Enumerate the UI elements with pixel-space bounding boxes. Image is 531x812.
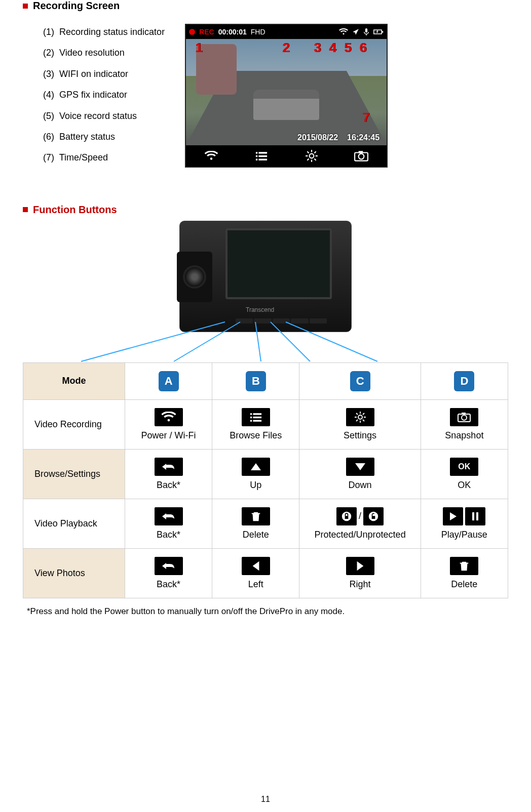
column-badge: D — [454, 371, 474, 391]
svg-point-19 — [359, 154, 364, 159]
settings-icon — [346, 408, 374, 426]
function-label: Delete — [243, 530, 269, 540]
pause-icon — [465, 507, 485, 525]
mode-header-cell: Mode — [23, 362, 125, 399]
back-icon — [155, 557, 183, 575]
item-label: Recording status indicator — [59, 27, 165, 37]
bullet-icon — [23, 207, 28, 212]
column-header: B — [212, 362, 299, 399]
svg-line-17 — [314, 151, 316, 153]
recording-list-item: (3) WIFI on indicator — [43, 64, 165, 85]
function-cell: OK OK — [421, 449, 508, 499]
svg-rect-30 — [250, 420, 252, 421]
function-cell: Snapshot — [421, 399, 508, 449]
recording-list-item: (6) Battery status — [43, 127, 165, 147]
device-illustration: Transcend — [179, 221, 352, 332]
function-label: Play/Pause — [441, 530, 487, 540]
down-icon — [346, 458, 374, 476]
svg-line-39 — [356, 420, 358, 421]
settings-button-icon — [305, 149, 318, 163]
unlock-icon — [363, 507, 384, 525]
svg-rect-20 — [359, 151, 363, 153]
item-number: (7) — [43, 152, 54, 163]
svg-line-16 — [307, 158, 309, 160]
svg-line-14 — [307, 151, 309, 153]
function-cell: Browse Files — [212, 399, 299, 449]
item-label: Battery status — [59, 132, 115, 142]
svg-rect-43 — [462, 413, 466, 415]
svg-line-37 — [356, 413, 358, 415]
screen-top-bar: REC 00:00:01 FHD — [186, 25, 387, 39]
bullet-icon — [23, 4, 28, 9]
function-label: Right — [350, 579, 371, 590]
svg-rect-31 — [253, 420, 261, 421]
svg-point-32 — [358, 415, 362, 419]
recording-list-item: (2) Video resolution — [43, 43, 165, 63]
mode-row-label: Browse/Settings — [23, 449, 125, 499]
back-icon — [155, 458, 183, 476]
function-label: Snapshot — [445, 430, 483, 441]
rec-dot-icon — [189, 29, 195, 35]
recording-list-item: (7) Time/Speed — [43, 147, 165, 168]
camera-icon — [450, 408, 478, 426]
screen-bottom-bar — [186, 145, 387, 167]
item-number: (5) — [43, 111, 54, 121]
function-label: Back* — [157, 530, 180, 540]
list-icon — [242, 408, 270, 426]
back-icon — [155, 507, 183, 525]
device-brand-label: Transcend — [246, 306, 274, 313]
wifi-icon — [339, 28, 348, 35]
svg-rect-49 — [476, 512, 478, 520]
separator: / — [359, 511, 361, 521]
function-cell: Up — [212, 449, 299, 499]
svg-rect-28 — [250, 417, 252, 418]
item-number: (2) — [43, 48, 54, 58]
svg-rect-7 — [256, 159, 257, 160]
recording-list-item: (4) GPS fix indicator — [43, 85, 165, 105]
recording-list-item: (5) Voice record status — [43, 106, 165, 127]
item-label: WIFI on indicator — [59, 69, 128, 79]
footnote: *Press and hold the Power button to manu… — [23, 606, 508, 617]
overlay-num-6: 6 — [359, 40, 366, 56]
mode-row-label: View Photos — [23, 548, 125, 598]
svg-point-42 — [462, 415, 467, 420]
item-number: (4) — [43, 90, 54, 100]
video-res-label: FHD — [251, 28, 266, 36]
rec-label: REC — [199, 28, 214, 36]
svg-rect-5 — [256, 155, 257, 157]
column-header: A — [125, 362, 212, 399]
section-heading-functions: Function Buttons — [23, 204, 508, 216]
function-cell: Delete — [421, 548, 508, 598]
section-title: Function Buttons — [33, 204, 117, 216]
function-label: Browse Files — [230, 430, 282, 441]
svg-rect-6 — [259, 155, 268, 157]
column-badge: C — [350, 371, 370, 391]
function-cell: Back* — [125, 548, 212, 598]
svg-rect-48 — [472, 512, 474, 520]
function-cell: Right — [299, 548, 421, 598]
trash-icon — [450, 557, 478, 575]
mode-row-label: Video Playback — [23, 499, 125, 548]
right-icon — [346, 557, 374, 575]
overlay-num-4: 4 — [329, 40, 336, 56]
function-cell: Power / Wi-Fi — [125, 399, 212, 449]
svg-rect-47 — [372, 516, 375, 519]
svg-rect-27 — [253, 413, 261, 415]
overlay-num-3: 3 — [314, 40, 321, 56]
item-label: Video resolution — [59, 48, 125, 58]
column-header: D — [421, 362, 508, 399]
trash-icon — [242, 507, 270, 525]
function-label: Settings — [344, 430, 376, 441]
page-number: 11 — [261, 795, 270, 804]
item-label: GPS fix indicator — [59, 90, 127, 100]
mic-icon — [363, 28, 369, 35]
svg-rect-26 — [250, 413, 252, 415]
svg-rect-45 — [345, 516, 349, 519]
function-cell: Back* — [125, 499, 212, 548]
svg-line-15 — [314, 158, 316, 160]
left-icon — [242, 557, 270, 575]
section-title: Recording Screen — [33, 0, 120, 12]
item-number: (3) — [43, 69, 54, 79]
function-label: Down — [349, 480, 372, 491]
function-label: Protected/Unprotected — [315, 530, 406, 540]
